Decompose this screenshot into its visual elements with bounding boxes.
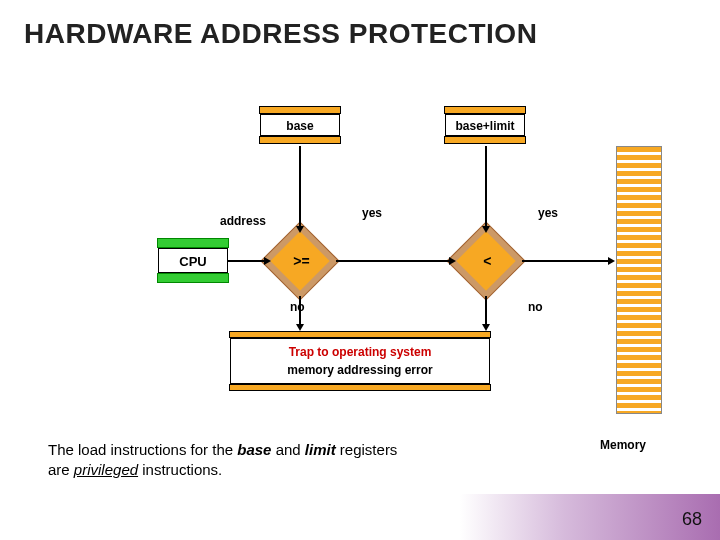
address-edge-label: address: [220, 214, 266, 228]
arrowhead-cpu-to-ge: [264, 257, 271, 265]
no-edge-2-label: no: [528, 300, 543, 314]
caption-text: The load instructions for the base and l…: [48, 440, 408, 481]
memory-box: [616, 146, 662, 414]
compare-ge-label: >=: [273, 253, 329, 269]
compare-lt-label: <: [459, 253, 515, 269]
cpu-box: CPU: [158, 248, 228, 273]
yes-edge-2-label: yes: [538, 206, 558, 220]
arrowhead-lt-no-down: [482, 324, 490, 331]
arrow-bl-to-lt: [485, 146, 487, 226]
arrowhead-ge-yes-to-lt: [449, 257, 456, 265]
arrowhead-bl-to-lt: [482, 226, 490, 233]
trap-line2: memory addressing error: [231, 363, 489, 377]
arrow-lt-yes-to-memory: [522, 260, 608, 262]
arrow-base-to-ge: [299, 146, 301, 226]
arrowhead-ge-no-to-trap: [296, 324, 304, 331]
memory-label: Memory: [600, 438, 646, 452]
trap-error-box: Trap to operating system memory addressi…: [230, 338, 490, 384]
page-number: 68: [682, 509, 702, 530]
no-edge-1-label: no: [290, 300, 305, 314]
arrow-cpu-to-ge: [228, 260, 264, 262]
diagram-area: base base+limit CPU >= < address yes yes…: [0, 80, 720, 440]
slide-title: HARDWARE ADDRESS PROTECTION: [0, 0, 720, 50]
base-register-box: base: [260, 114, 340, 136]
compare-ge-decision: >=: [260, 221, 339, 300]
arrow-ge-no-to-trap: [299, 296, 301, 324]
arrow-ge-yes-to-lt: [336, 260, 449, 262]
arrowhead-base-to-ge: [296, 226, 304, 233]
compare-lt-decision: <: [446, 221, 525, 300]
trap-line1: Trap to operating system: [289, 345, 432, 359]
arrowhead-lt-yes-to-memory: [608, 257, 615, 265]
arrow-lt-no-down: [485, 296, 487, 324]
yes-edge-1-label: yes: [362, 206, 382, 220]
base-plus-limit-register-box: base+limit: [445, 114, 525, 136]
